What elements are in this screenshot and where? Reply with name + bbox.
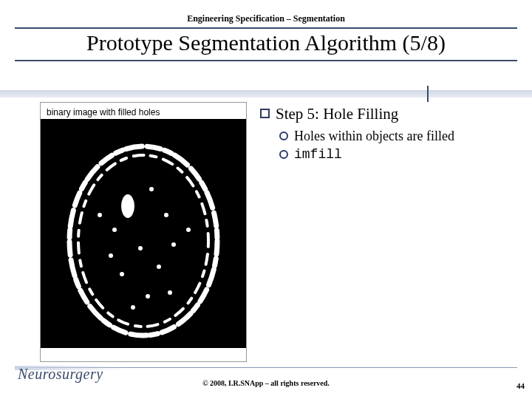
circle-bullet-icon [279, 132, 288, 140]
svg-point-8 [157, 265, 161, 269]
sub-bullet-2-code: imfill [294, 146, 342, 163]
svg-point-10 [171, 242, 176, 247]
bullet-list: Step 5: Hole Filling Holes within object… [260, 102, 492, 362]
svg-point-5 [112, 228, 117, 232]
svg-point-9 [120, 272, 124, 276]
figure-caption: binary image with filled holes [41, 103, 246, 119]
svg-point-14 [168, 290, 172, 295]
figure-box: binary image with filled holes [40, 102, 247, 362]
bullet-level2: imfill [279, 146, 492, 163]
slide-title: Prototype Segmentation Algorithm (5/8) [0, 29, 532, 60]
sub-bullet-1: Holes within objects are filled [294, 128, 454, 145]
svg-point-11 [109, 253, 113, 258]
step-title: Step 5: Hole Filling [276, 105, 398, 123]
pretitle: Engineering Specification – Segmentation [0, 13, 532, 24]
circle-bullet-icon [279, 150, 288, 159]
svg-point-13 [131, 305, 135, 310]
svg-point-4 [149, 187, 154, 191]
accent-notch [427, 86, 429, 102]
svg-point-15 [186, 228, 191, 232]
accent-bar [0, 90, 532, 98]
svg-point-7 [138, 246, 143, 250]
content-area: binary image with filled holes [40, 102, 492, 362]
bullet-level2: Holes within objects are filled [279, 128, 492, 145]
page-number: 44 [516, 381, 525, 390]
svg-point-3 [121, 194, 134, 218]
svg-point-12 [146, 294, 150, 299]
svg-point-16 [98, 213, 102, 217]
svg-point-6 [164, 213, 168, 217]
figure-image [41, 119, 246, 348]
copyright-text: © 2008, I.R.SNApp – all rights reserved. [0, 379, 532, 387]
bullet-level1: Step 5: Hole Filling [260, 105, 492, 123]
square-bullet-icon [260, 109, 270, 118]
rule-bottom [15, 60, 517, 61]
slide-header: Engineering Specification – Segmentation… [0, 0, 532, 61]
